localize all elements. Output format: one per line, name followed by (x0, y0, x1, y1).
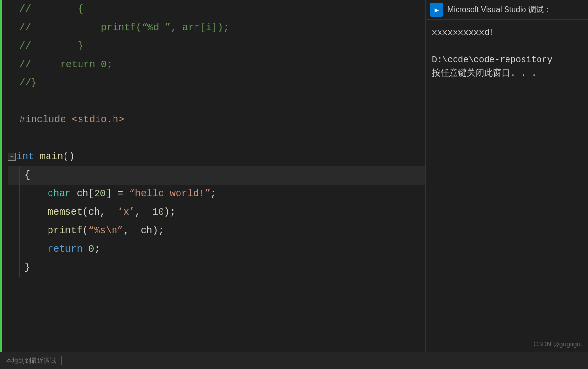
bottom-left-text: 本地到到最近调试 (6, 356, 56, 365)
indent-guide (19, 166, 20, 184)
code-line: //} (8, 74, 425, 92)
code-text (24, 184, 48, 203)
code-text (24, 203, 48, 221)
code-line: #include <stdio.h> (8, 111, 425, 129)
code-text: ( (82, 221, 88, 240)
code-line: printf ( “%s\n” , ch); (8, 221, 425, 240)
code-line: return 0 ; (8, 240, 425, 258)
code-line-blank (8, 92, 425, 111)
function-name: main (40, 148, 63, 166)
code-text: ] = (106, 184, 129, 203)
vs-icon-text: ▶ (435, 6, 439, 14)
code-text: return (48, 240, 82, 258)
output-line-2: D:\code\code-repository (432, 53, 582, 67)
code-line-blank (8, 129, 425, 148)
console-panel: ▶ Microsoft Visual Studio 调试： xxxxxxxxxx… (426, 0, 588, 352)
code-text: char (48, 184, 71, 203)
code-text: , ch); (123, 221, 164, 240)
code-text (82, 240, 88, 258)
code-text: ; (94, 240, 100, 258)
indent-guide (19, 221, 20, 240)
collapse-icon[interactable]: − (8, 153, 16, 161)
code-line: char ch[ 20 ] = “hello world!” ; (8, 184, 425, 203)
code-text: , (135, 203, 152, 221)
code-text: “hello world!” (129, 184, 211, 203)
bottom-divider (61, 356, 62, 365)
code-line: // printf(“%d ”, arr[i]); (8, 18, 425, 37)
keyword-int: int (16, 148, 34, 166)
code-editor: // { // printf(“%d ”, arr[i]); // } // r… (0, 0, 426, 352)
code-text: } (24, 258, 30, 277)
green-border-accent (0, 0, 2, 352)
code-text (24, 221, 48, 240)
output-line-3: 按任意键关闭此窗口. . . (432, 67, 582, 80)
code-content: // { // printf(“%d ”, arr[i]); // } // r… (0, 0, 425, 277)
indent-guide (19, 240, 20, 258)
bottom-bar: 本地到到最近调试 (0, 352, 588, 369)
indent-guide (19, 258, 20, 277)
function-name: memset (48, 203, 82, 221)
code-line: // } (8, 37, 425, 55)
code-text: 10 (152, 203, 164, 221)
output-line-1: xxxxxxxxxxd! (432, 26, 582, 39)
code-text: ); (164, 203, 176, 221)
output-line-blank (432, 39, 582, 53)
code-text: ; (211, 184, 216, 203)
code-text: // } (19, 37, 83, 55)
vs-icon: ▶ (430, 3, 443, 17)
code-text: () (63, 148, 75, 166)
code-line: // return 0; (8, 55, 425, 74)
console-output: xxxxxxxxxxd! D:\code\code-repository 按任意… (426, 20, 588, 337)
code-text: // printf(“%d ”, arr[i]); (19, 18, 229, 37)
indent-guide (19, 184, 20, 203)
code-text: //} (19, 74, 37, 92)
code-text: (ch, (82, 203, 117, 221)
code-text: ch[ (71, 184, 94, 203)
code-line-main: − int main () (8, 148, 425, 166)
code-text (34, 148, 40, 166)
code-text: #include (19, 111, 72, 129)
console-header: ▶ Microsoft Visual Studio 调试： (426, 0, 588, 20)
console-title: Microsoft Visual Studio 调试： (447, 5, 552, 15)
code-text: // { (19, 0, 83, 18)
code-text: // return 0; (19, 55, 113, 74)
code-text: 0 (88, 240, 94, 258)
function-name: printf (48, 221, 82, 240)
code-line: // { (8, 0, 425, 18)
code-text: { (24, 166, 30, 184)
code-line-close-brace: } (8, 258, 425, 277)
code-line-brace: { (8, 166, 425, 184)
code-text: 20 (94, 184, 106, 203)
code-text: ‘x’ (117, 203, 135, 221)
code-text (24, 240, 48, 258)
code-text: “%s\n” (88, 221, 123, 240)
csdn-watermark: CSDN @gugugu. (533, 340, 582, 348)
code-line: memset (ch, ‘x’ , 10 ); (8, 203, 425, 221)
code-text: <stdio.h> (72, 111, 124, 129)
indent-guide (19, 203, 20, 221)
